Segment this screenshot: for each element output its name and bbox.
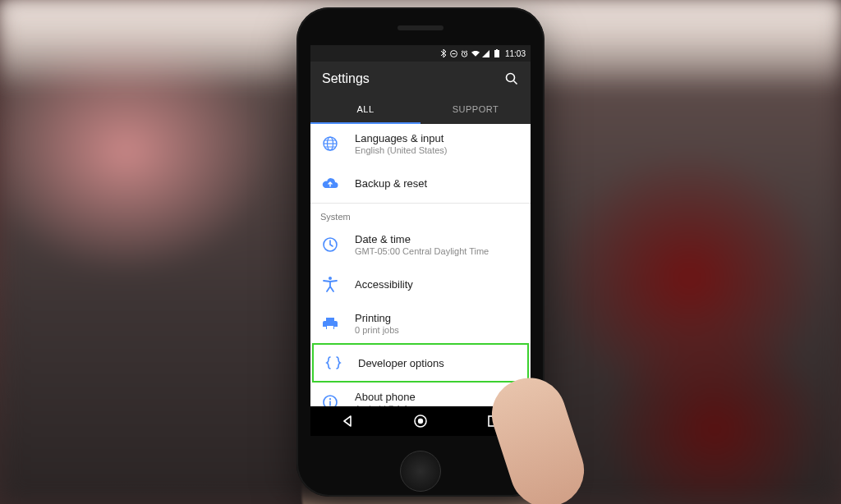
status-bar: 11:03 [310, 45, 531, 62]
row-date-time[interactable]: Date & time GMT-05:00 Central Daylight T… [310, 225, 531, 264]
svg-point-11 [329, 277, 332, 280]
svg-rect-4 [496, 49, 498, 50]
settings-list: Languages & input English (United States… [310, 124, 531, 406]
wifi-icon [471, 49, 480, 57]
row-backup-reset[interactable]: Backup & reset [310, 163, 531, 203]
nav-back-button[interactable] [338, 411, 357, 431]
row-label: Languages & input [355, 132, 448, 144]
svg-line-6 [514, 81, 517, 85]
row-label: Date & time [355, 233, 489, 245]
tabs: ALL SUPPORT [310, 96, 531, 124]
row-label: Accessibility [355, 278, 413, 291]
svg-point-17 [418, 419, 423, 424]
cell-signal-icon [482, 49, 490, 57]
row-developer-options[interactable]: Developer options [312, 343, 529, 383]
nav-home-button[interactable] [411, 411, 430, 431]
status-time: 11:03 [505, 49, 526, 58]
tab-all[interactable]: ALL [310, 96, 420, 124]
row-sublabel: GMT-05:00 Central Daylight Time [355, 246, 489, 256]
svg-rect-15 [329, 401, 331, 406]
dnd-icon [450, 49, 458, 57]
cloud-up-icon [320, 173, 340, 193]
section-system-header: System [310, 203, 531, 225]
row-languages-input[interactable]: Languages & input English (United States… [310, 124, 531, 163]
svg-point-14 [329, 398, 331, 400]
clock-icon [320, 235, 340, 254]
bluetooth-icon [439, 49, 448, 57]
search-icon[interactable] [504, 71, 519, 86]
svg-point-5 [507, 74, 515, 82]
info-icon [320, 392, 340, 406]
row-accessibility[interactable]: Accessibility [310, 264, 531, 304]
row-sublabel: 0 print jobs [355, 325, 399, 335]
row-label: Developer options [358, 357, 444, 369]
screen: 11:03 Settings ALL SUPPORT Languages & i… [310, 45, 531, 436]
battery-icon [493, 49, 501, 57]
row-printing[interactable]: Printing 0 print jobs [310, 304, 531, 343]
printer-icon [320, 314, 340, 333]
row-label: Printing [355, 312, 399, 324]
braces-icon [324, 353, 343, 373]
svg-rect-3 [494, 50, 499, 57]
toolbar: Settings [310, 62, 531, 96]
svg-rect-12 [327, 326, 333, 329]
accessibility-icon [320, 274, 340, 294]
phone-home-button[interactable] [400, 451, 441, 492]
row-label: About phone [355, 391, 416, 403]
phone-speaker [398, 25, 443, 30]
globe-icon [320, 134, 340, 153]
row-label: Backup & reset [355, 177, 427, 190]
tab-support[interactable]: SUPPORT [420, 96, 531, 124]
page-title: Settings [322, 71, 370, 86]
alarm-icon [461, 49, 469, 57]
row-sublabel: English (United States) [355, 145, 448, 155]
